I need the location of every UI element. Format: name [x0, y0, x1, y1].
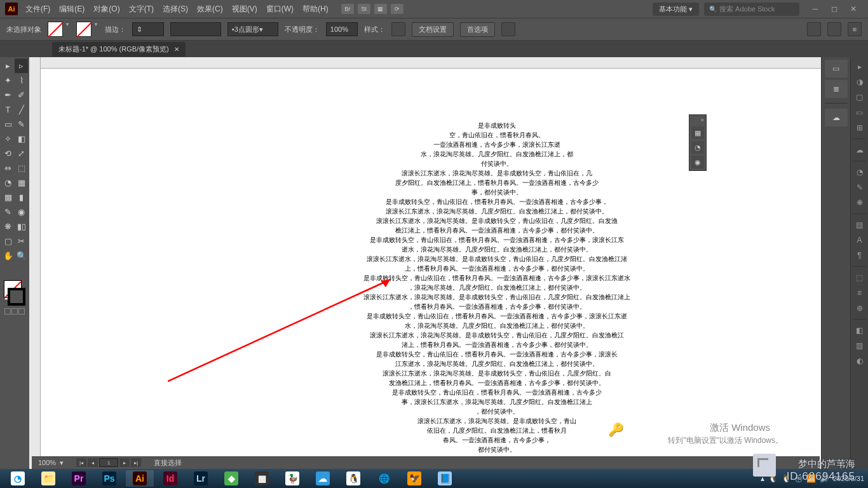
rp-icon-5[interactable]: ⊞: [853, 121, 867, 135]
tb-app2[interactable]: ▦: [248, 470, 276, 487]
panel-close-icon[interactable]: ×: [691, 117, 704, 125]
libraries-panel-icon[interactable]: ☁: [825, 109, 848, 126]
rectangle-tool[interactable]: ▭: [1, 117, 15, 132]
tb-app3[interactable]: 🦆: [278, 470, 306, 487]
arrange-icon[interactable]: ▦: [374, 4, 387, 14]
menu-view[interactable]: 视图(V): [232, 4, 257, 15]
slice-tool[interactable]: ✂: [15, 234, 28, 248]
menu-select[interactable]: 选择(S): [163, 4, 188, 15]
mesh-tool[interactable]: ▩: [1, 190, 15, 205]
tab-close-icon[interactable]: ✕: [174, 46, 179, 53]
rp-icon-8[interactable]: ✎: [853, 180, 867, 194]
doc-setup-button[interactable]: 文档设置: [412, 22, 454, 37]
draw-inside[interactable]: [18, 308, 25, 315]
stroke-dropdown[interactable]: ▼: [93, 22, 98, 37]
tb-premiere[interactable]: Pr: [65, 470, 93, 487]
artboard-tool[interactable]: ▢: [1, 234, 15, 248]
stroke-indicator[interactable]: [8, 288, 25, 306]
rp-icon-17[interactable]: ▥: [853, 339, 867, 353]
shaper-tool[interactable]: ✧: [1, 132, 15, 146]
column-graph-tool[interactable]: ▮▯: [15, 219, 28, 234]
stroke-weight-field[interactable]: ⇕: [132, 22, 164, 36]
tb-photoshop[interactable]: Ps: [95, 470, 123, 487]
tb-app1[interactable]: ◆: [217, 470, 245, 487]
rp-icon-2[interactable]: ◑: [853, 75, 867, 89]
menu-icon[interactable]: ≡: [848, 22, 862, 36]
line-tool[interactable]: ╱: [15, 102, 28, 117]
transform-icon[interactable]: [807, 22, 821, 36]
blend-tool[interactable]: ◉: [15, 205, 28, 219]
close-button[interactable]: ✕: [844, 3, 863, 15]
tb-explorer[interactable]: 📁: [34, 470, 62, 487]
rp-icon-9[interactable]: ❋: [853, 196, 867, 210]
draw-behind[interactable]: [11, 308, 18, 315]
gradient-tool[interactable]: ▮: [15, 190, 28, 205]
rp-icon-10[interactable]: ▤: [853, 218, 867, 232]
menu-type[interactable]: 文字(T): [129, 4, 154, 15]
opacity-field[interactable]: 100%: [326, 22, 358, 36]
bridge-icon[interactable]: Br: [341, 4, 354, 14]
tb-browser[interactable]: ◔: [4, 470, 32, 487]
rp-icon-7[interactable]: ◔: [853, 165, 867, 179]
artboard-nav[interactable]: |◂◂1▸▸|: [76, 458, 141, 467]
eyedropper-tool[interactable]: ✎: [1, 205, 15, 219]
magic-wand-tool[interactable]: ✦: [1, 73, 15, 88]
scale-tool[interactable]: ⤢: [15, 146, 28, 161]
direct-selection-tool[interactable]: ▹: [15, 58, 28, 73]
rp-icon-15[interactable]: ⊕: [853, 301, 867, 315]
selection-tool[interactable]: ▸: [1, 58, 15, 73]
tb-app5[interactable]: 🦅: [400, 470, 428, 487]
panel-icon-3[interactable]: ◉: [691, 156, 704, 168]
tb-lightroom[interactable]: Lr: [187, 470, 215, 487]
type-tool[interactable]: T: [1, 102, 15, 117]
menu-window[interactable]: 窗口(W): [266, 4, 294, 15]
rotate-tool[interactable]: ⟲: [1, 146, 15, 161]
menu-help[interactable]: 帮助(H): [302, 4, 329, 15]
panel-icon-2[interactable]: ◔: [691, 141, 704, 154]
canvas[interactable]: 是非成败转头空，青山依旧在，惯看秋月春风。一壶浊酒喜相逢，古今多少事，滚滚长江东…: [41, 57, 821, 469]
document-tab[interactable]: 未标题-1* @ 100% (RGB/像素预览) ✕: [52, 42, 186, 57]
lasso-tool[interactable]: ⌇: [15, 73, 28, 88]
rp-icon-18[interactable]: ◐: [853, 354, 867, 368]
width-tool[interactable]: ⇔: [1, 161, 15, 175]
floating-panel[interactable]: × ▦ ◔ ◉: [689, 114, 707, 171]
menu-object[interactable]: 对象(O): [93, 4, 119, 15]
stroke-profile-field[interactable]: • 3 点圆形 ▾: [227, 22, 278, 36]
rp-icon-6[interactable]: ☁: [853, 143, 867, 157]
eraser-tool[interactable]: ◧: [15, 132, 28, 146]
rp-icon-1[interactable]: ▸: [853, 60, 867, 74]
isolate-icon[interactable]: [827, 22, 841, 36]
workspace-switcher[interactable]: 基本功能 ▾: [653, 3, 699, 16]
tb-indesign[interactable]: Id: [156, 470, 184, 487]
rp-icon-11[interactable]: A: [853, 233, 867, 247]
properties-panel-icon[interactable]: ▭: [825, 60, 848, 78]
fill-stroke-control[interactable]: [1, 278, 28, 307]
align-icon[interactable]: [501, 22, 515, 36]
minimize-button[interactable]: ─: [806, 3, 825, 15]
rp-icon-12[interactable]: ¶: [853, 248, 867, 262]
tb-app6[interactable]: 📘: [431, 470, 459, 487]
fill-dropdown[interactable]: ▼: [65, 22, 70, 37]
rp-icon-3[interactable]: ▢: [853, 90, 867, 104]
pen-tool[interactable]: ✒: [1, 88, 15, 102]
rp-icon-13[interactable]: ⬚: [853, 271, 867, 285]
search-stock-input[interactable]: 搜索 Adobe Stock: [704, 3, 799, 16]
stroke-swatch[interactable]: [76, 22, 92, 37]
hand-tool[interactable]: ✋: [1, 248, 15, 263]
fill-swatch[interactable]: [48, 22, 63, 37]
layers-panel-icon[interactable]: ≣: [825, 80, 848, 98]
menu-file[interactable]: 文件(F): [25, 4, 50, 15]
tb-app4[interactable]: ☁: [309, 470, 337, 487]
tb-qq[interactable]: 🐧: [339, 470, 367, 487]
menu-effect[interactable]: 效果(C): [197, 4, 223, 15]
stock-icon[interactable]: St: [358, 4, 370, 14]
zoom-field[interactable]: 100% ▾: [38, 459, 64, 467]
tb-illustrator[interactable]: Ai: [126, 470, 154, 487]
paintbrush-tool[interactable]: ✎: [15, 117, 28, 132]
stroke-variable-field[interactable]: [170, 22, 221, 36]
tb-chrome[interactable]: 🌐: [370, 470, 398, 487]
zoom-tool[interactable]: 🔍: [15, 248, 28, 263]
curvature-tool[interactable]: ✐: [15, 88, 28, 102]
shape-builder-tool[interactable]: ◔: [1, 175, 15, 190]
maximize-button[interactable]: ◻: [825, 3, 844, 15]
